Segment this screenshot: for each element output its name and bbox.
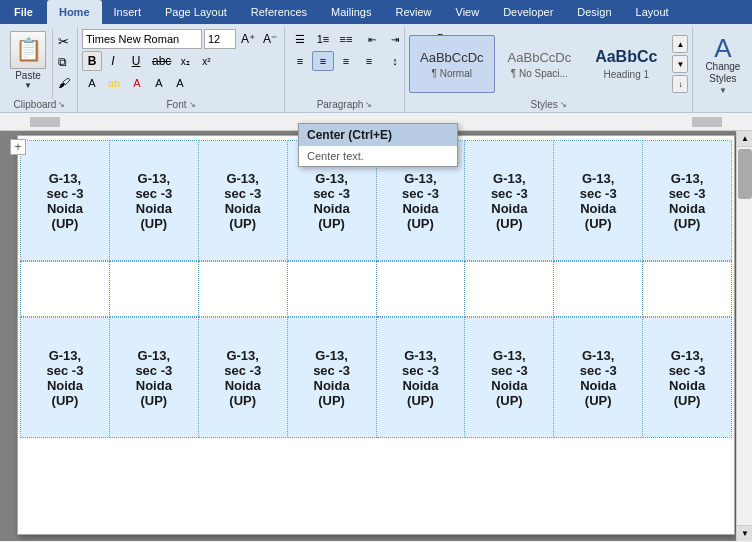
paste-button[interactable]: 📋 Paste ▼ [6, 29, 53, 99]
styles-expand-icon[interactable]: ↘ [560, 100, 567, 109]
clipboard-group: 📋 Paste ▼ ✂ ⧉ 🖌 Clipboard [4, 27, 78, 112]
tab-page-layout[interactable]: Page Layout [153, 0, 239, 24]
strikethrough-button[interactable]: abc [149, 51, 174, 71]
table-cell[interactable]: G-13,sec -3Noida(UP) [465, 318, 554, 438]
tab-home[interactable]: Home [47, 0, 102, 24]
cut-button[interactable]: ✂ [55, 31, 73, 51]
change-styles-button[interactable]: A Change Styles ▼ [699, 31, 746, 99]
style-normal[interactable]: AaBbCcDc ¶ Normal [409, 35, 495, 93]
paragraph-expand-icon[interactable]: ↘ [365, 100, 372, 109]
vertical-scrollbar[interactable]: ▲ ▼ [736, 131, 752, 541]
table-cell[interactable]: G-13,sec -3Noida(UP) [21, 318, 110, 438]
tooltip-overlay: Center (Ctrl+E) Center text. [298, 123, 458, 167]
multilevel-list-button[interactable]: ≡≡ [335, 29, 357, 49]
document-page[interactable]: G-13, sec -3 Noida (UP) G-13,sec -3Noida… [17, 135, 735, 535]
align-center-button[interactable]: ≡ [312, 51, 334, 71]
style-no-spacing[interactable]: AaBbCcDc ¶ No Spaci... [497, 35, 583, 93]
tab-layout[interactable]: Layout [624, 0, 681, 24]
word-table-empty [20, 261, 732, 317]
table-cell[interactable]: G-13,sec -3Noida(UP) [198, 318, 287, 438]
bold-button[interactable]: B [82, 51, 102, 71]
tab-developer[interactable]: Developer [491, 0, 565, 24]
tab-view[interactable]: View [444, 0, 492, 24]
tooltip-box: Center (Ctrl+E) Center text. [298, 123, 458, 167]
italic-button[interactable]: I [103, 51, 123, 71]
table-cell[interactable]: G-13,sec -3Noida(UP) [109, 318, 198, 438]
tab-row: File Home Insert Page Layout References … [0, 0, 752, 24]
paragraph-label: Paragraph [317, 99, 364, 110]
font-label: Font [166, 99, 186, 110]
add-content-button[interactable]: + [10, 139, 26, 155]
paragraph-group: ☰ 1≡ ≡≡ ⇤ ⇥ ↕A ¶ ≡ ≡ ≡ ≡ ↕ 🖌 ⊞ Paragraph [285, 27, 405, 112]
word-table-bottom: G-13,sec -3Noida(UP) G-13,sec -3Noida(UP… [20, 317, 732, 438]
font-size-change-button[interactable]: A [149, 73, 169, 93]
table-cell[interactable]: G-13,sec -3Noida(UP) [643, 141, 732, 261]
font-color-button[interactable]: A [126, 73, 148, 93]
table-cell[interactable]: G-13,sec -3Noida(UP) [643, 318, 732, 438]
styles-expand-button[interactable]: ↓ [672, 75, 688, 93]
table-cell[interactable]: G-13,sec -3Noida(UP) [109, 141, 198, 261]
tab-insert[interactable]: Insert [102, 0, 154, 24]
text-effects-button[interactable]: A [82, 73, 102, 93]
numbering-button[interactable]: 1≡ [312, 29, 334, 49]
subscript-button[interactable]: x₂ [175, 51, 195, 71]
ribbon: File Home Insert Page Layout References … [0, 0, 752, 113]
font-group: A⁺ A⁻ B I U abc x₂ x² A ab A A A Font ↘ [78, 27, 285, 112]
tab-design[interactable]: Design [565, 0, 623, 24]
table-cell[interactable]: G-13,sec -3Noida(UP) [554, 318, 643, 438]
document-area: + Center (Ctrl+E) Center text. G-13, sec… [0, 113, 752, 541]
tab-review[interactable]: Review [383, 0, 443, 24]
table-cell[interactable]: G-13,sec -3Noida(UP) [465, 141, 554, 261]
styles-scroll-up-button[interactable]: ▲ [672, 35, 688, 53]
tab-mailings[interactable]: Mailings [319, 0, 383, 24]
styles-group: AaBbCcDc ¶ Normal AaBbCcDc ¶ No Spaci...… [405, 27, 693, 112]
scroll-down-button[interactable]: ▼ [737, 525, 752, 541]
decrease-font-button[interactable]: A⁻ [260, 29, 280, 49]
bullets-button[interactable]: ☰ [289, 29, 311, 49]
table-cell[interactable]: G-13,sec -3Noida(UP) [198, 141, 287, 261]
align-right-button[interactable]: ≡ [335, 51, 357, 71]
tooltip-description: Center text. [299, 146, 457, 166]
superscript-button[interactable]: x² [196, 51, 216, 71]
table-cell[interactable]: G-13, sec -3 Noida (UP) [21, 141, 110, 261]
table-row: G-13,sec -3Noida(UP) G-13,sec -3Noida(UP… [21, 318, 732, 438]
font-name-selector[interactable] [82, 29, 202, 49]
align-left-button[interactable]: ≡ [289, 51, 311, 71]
increase-indent-button[interactable]: ⇥ [384, 29, 406, 49]
text-highlight-button[interactable]: ab [103, 73, 125, 93]
underline-button[interactable]: U [124, 51, 148, 71]
increase-font-button[interactable]: A⁺ [238, 29, 258, 49]
table-cell[interactable]: G-13,sec -3Noida(UP) [554, 141, 643, 261]
style-heading1[interactable]: AaBbCc Heading 1 [584, 35, 668, 93]
table-cell[interactable]: G-13,sec -3Noida(UP) [376, 318, 465, 438]
scroll-thumb[interactable] [738, 149, 752, 199]
tooltip-title: Center (Ctrl+E) [299, 124, 457, 146]
clipboard-expand-icon[interactable]: ↘ [58, 100, 65, 109]
scroll-up-button[interactable]: ▲ [737, 131, 752, 147]
format-painter-button[interactable]: 🖌 [55, 73, 73, 93]
clipboard-label: Clipboard [14, 99, 57, 110]
font-expand-icon[interactable]: ↘ [189, 100, 196, 109]
tab-file[interactable]: File [0, 0, 47, 24]
font-size-selector[interactable] [204, 29, 236, 49]
copy-button[interactable]: ⧉ [55, 52, 73, 72]
justify-button[interactable]: ≡ [358, 51, 380, 71]
change-styles-group: A Change Styles ▼ . [693, 27, 752, 112]
clear-format-button[interactable]: A [170, 73, 190, 93]
decrease-indent-button[interactable]: ⇤ [361, 29, 383, 49]
table-cell[interactable]: G-13,sec -3Noida(UP) [287, 318, 376, 438]
styles-label: Styles [531, 99, 558, 110]
styles-scroll-down-button[interactable]: ▼ [672, 55, 688, 73]
table-row-empty [21, 262, 732, 317]
line-spacing-button[interactable]: ↕ [384, 51, 406, 71]
tab-references[interactable]: References [239, 0, 319, 24]
